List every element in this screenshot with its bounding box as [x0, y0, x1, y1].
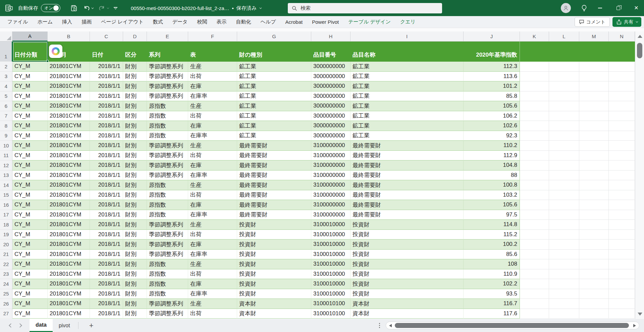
cell-J24[interactable]: 102.2 [464, 279, 520, 289]
cell-J11[interactable]: 112.9 [464, 151, 520, 161]
cell-E9[interactable]: 原指数 [147, 131, 188, 141]
column-header-K[interactable]: K [520, 31, 549, 41]
cell-M14[interactable] [579, 180, 609, 190]
column-header-H[interactable]: H [311, 31, 351, 41]
cell-J22[interactable]: 108 [464, 259, 520, 269]
cell-F11[interactable]: 出荷 [188, 151, 237, 161]
cell-B18[interactable]: 201801CYM [48, 220, 90, 230]
cell-I7[interactable]: 鉱工業 [351, 111, 464, 121]
row-header-2[interactable]: 2 [0, 62, 12, 72]
cell-N15[interactable] [609, 190, 635, 200]
cell-C8[interactable]: 2018/1/1 [90, 121, 123, 131]
cell-A12[interactable]: CY_M [12, 160, 48, 171]
cell-D24[interactable]: 財別 [123, 279, 147, 289]
cell-I5[interactable]: 鉱工業 [351, 91, 464, 102]
cell-A24[interactable]: CY_M [12, 279, 48, 289]
column-header-D[interactable]: D [123, 31, 147, 41]
cell-D4[interactable]: 財別 [123, 81, 147, 91]
cell-C17[interactable]: 2018/1/1 [90, 210, 123, 220]
cell-E10[interactable]: 季節調整系列 [147, 141, 188, 151]
cell-C10[interactable]: 2018/1/1 [90, 141, 123, 151]
cell-A18[interactable]: CY_M [12, 220, 48, 230]
row-header-8[interactable]: 8 [0, 121, 12, 131]
cell-K5[interactable] [520, 91, 549, 102]
cell-L15[interactable] [549, 190, 579, 200]
cell-J7[interactable]: 106.2 [464, 111, 520, 121]
cell-D3[interactable]: 財別 [123, 72, 147, 82]
cell-L7[interactable] [549, 111, 579, 121]
cell-C22[interactable]: 2018/1/1 [90, 259, 123, 269]
cell-A27[interactable]: CY_M [12, 309, 48, 319]
cell-C23[interactable]: 2018/1/1 [90, 269, 123, 279]
cell-M20[interactable] [579, 240, 609, 250]
cell-N27[interactable] [609, 309, 635, 319]
cell-N23[interactable] [609, 269, 635, 279]
autosave-toggle[interactable]: オン [41, 4, 60, 12]
ribbon-tab[interactable]: Acrobat [281, 16, 308, 28]
sheet-tab-pivot[interactable]: pivot [53, 319, 76, 332]
vertical-scrollbar[interactable] [635, 31, 644, 319]
cell-D10[interactable]: 財別 [123, 141, 147, 151]
cell-G10[interactable]: 最終需要財 [237, 141, 311, 151]
cell-D20[interactable]: 財別 [123, 240, 147, 250]
cell-B26[interactable]: 201801CYM [48, 299, 90, 309]
row-header-18[interactable]: 18 [0, 220, 12, 230]
scroll-down-icon[interactable] [638, 313, 642, 316]
cell-L3[interactable] [549, 72, 579, 82]
cell-L11[interactable] [549, 151, 579, 161]
cell-G5[interactable]: 鉱工業 [237, 91, 311, 102]
cell-G7[interactable]: 鉱工業 [237, 111, 311, 121]
cell-E26[interactable]: 季節調整系列 [147, 299, 188, 309]
cell-A9[interactable]: CY_M [12, 131, 48, 141]
row-header-15[interactable]: 15 [0, 190, 12, 200]
cell-A17[interactable]: CY_M [12, 210, 48, 220]
cell-L27[interactable] [549, 309, 579, 319]
cell-A23[interactable]: CY_M [12, 269, 48, 279]
undo-button[interactable] [83, 4, 93, 12]
cell-G8[interactable]: 鉱工業 [237, 121, 311, 131]
cell-B19[interactable]: 201801CYM [48, 230, 90, 240]
cell-I10[interactable]: 最終需要財 [351, 141, 464, 151]
cell-K12[interactable] [520, 160, 549, 171]
cell-J19[interactable]: 115.2 [464, 230, 520, 240]
cell-H23[interactable]: 3100010000 [311, 269, 351, 279]
cell-G16[interactable]: 最終需要財 [237, 200, 311, 210]
cell-E24[interactable]: 原指数 [147, 279, 188, 289]
cell-I1[interactable]: 品目名称 [351, 42, 464, 62]
scroll-up-icon[interactable] [638, 35, 642, 38]
cell-L22[interactable] [549, 259, 579, 269]
cell-I18[interactable]: 投資財 [351, 220, 464, 230]
row-header-6[interactable]: 6 [0, 101, 12, 111]
row-header-19[interactable]: 19 [0, 230, 12, 240]
cell-L2[interactable] [549, 62, 579, 72]
cell-D27[interactable]: 財別 [123, 309, 147, 319]
cell-I4[interactable]: 鉱工業 [351, 81, 464, 91]
cell-F26[interactable]: 生産 [188, 299, 237, 309]
cell-F24[interactable]: 在庫 [188, 279, 237, 289]
cell-C19[interactable]: 2018/1/1 [90, 230, 123, 240]
cell-H12[interactable]: 3100000000 [311, 160, 351, 171]
cell-I17[interactable]: 最終需要財 [351, 210, 464, 220]
cell-M6[interactable] [579, 101, 609, 111]
scrollbar-options-icon[interactable] [379, 319, 380, 332]
cell-H11[interactable]: 3100000000 [311, 151, 351, 161]
cell-B2[interactable]: 201801CYM [48, 62, 90, 72]
cell-H10[interactable]: 3100000000 [311, 141, 351, 151]
cell-M23[interactable] [579, 269, 609, 279]
cell-F12[interactable]: 在庫 [188, 160, 237, 171]
cell-N24[interactable] [609, 279, 635, 289]
cell-H27[interactable]: 3100010100 [311, 309, 351, 319]
column-header-C[interactable]: C [90, 31, 123, 41]
cell-J26[interactable]: 116.7 [464, 299, 520, 309]
cell-E15[interactable]: 原指数 [147, 190, 188, 200]
cell-N19[interactable] [609, 230, 635, 240]
cell-M19[interactable] [579, 230, 609, 240]
column-header-E[interactable]: E [147, 31, 188, 41]
cell-F22[interactable]: 生産 [188, 259, 237, 269]
cell-I26[interactable]: 資本財 [351, 299, 464, 309]
cell-I21[interactable]: 投資財 [351, 250, 464, 260]
cell-C14[interactable]: 2018/1/1 [90, 180, 123, 190]
cell-J14[interactable]: 100.8 [464, 180, 520, 190]
row-header-22[interactable]: 22 [0, 259, 12, 269]
cell-J20[interactable]: 100.2 [464, 240, 520, 250]
